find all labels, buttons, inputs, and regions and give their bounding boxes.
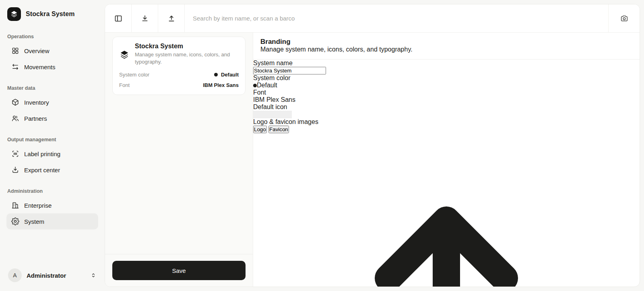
- summary-row-label: System color: [119, 72, 149, 78]
- layers-icon: [119, 44, 130, 65]
- save-button[interactable]: Save: [112, 261, 246, 280]
- import-button[interactable]: [132, 4, 158, 32]
- enterprise-icon: [11, 201, 19, 209]
- scan-camera-button[interactable]: [608, 4, 640, 32]
- sidebar-item-label: Partners: [24, 115, 47, 122]
- sidebar-section-administration: AdministrationEnterpriseSystem: [6, 186, 98, 229]
- icon-option-receipt-icon[interactable]: [290, 111, 292, 118]
- sidebar-item-label: Overview: [24, 47, 50, 54]
- gear-icon: [11, 217, 19, 225]
- sidebar-item-export-center[interactable]: Export center: [6, 162, 98, 178]
- sidebar-section-label: Master data: [6, 83, 98, 94]
- sidebar-item-label-printing[interactable]: Label printing: [6, 146, 98, 162]
- swap-arrows-icon: [11, 63, 19, 71]
- panel-left-icon: [114, 14, 123, 23]
- search-bar: [185, 4, 608, 32]
- panel-footer: Save: [105, 254, 253, 287]
- page-title: Branding: [260, 38, 291, 46]
- logo-favicon-card: Logo & favicon images Logo Favicon Uploa…: [253, 118, 640, 287]
- brand: Stockra System: [6, 6, 98, 23]
- camera-icon: [620, 14, 629, 23]
- system-name-field: System name: [253, 60, 640, 74]
- tab-favicon[interactable]: Favicon: [268, 126, 289, 133]
- summary-row-font: Font IBM Plex Sans: [119, 82, 239, 88]
- upload-icon: [167, 14, 176, 23]
- search-input[interactable]: [193, 15, 600, 22]
- sidebar-item-enterprise[interactable]: Enterprise: [6, 197, 98, 213]
- branding-summary-card[interactable]: Stockra System Manage system name, icons…: [112, 37, 246, 95]
- system-name-label: System name: [253, 60, 640, 67]
- color-swatch: [253, 84, 257, 87]
- summary-title: Stockra System: [135, 43, 235, 50]
- font-field: Font IBM Plex Sans: [253, 89, 640, 103]
- sidebar-section-output-management: Output managementLabel printingExport ce…: [6, 134, 98, 178]
- font-select[interactable]: IBM Plex Sans: [253, 96, 640, 103]
- settings-summary-panel: Stockra System Manage system name, icons…: [105, 33, 253, 287]
- sidebar-section-master-data: Master dataInventoryPartners: [6, 83, 98, 126]
- sidebar-item-label: Enterprise: [24, 202, 52, 209]
- summary-row-label: Font: [119, 82, 130, 88]
- layers-logo-icon: [7, 7, 21, 21]
- sidebar-item-label: Export center: [24, 167, 60, 173]
- system-color-field: System color Default: [253, 74, 640, 89]
- sidebar-item-inventory[interactable]: Inventory: [6, 94, 98, 110]
- box-icon: [11, 98, 19, 106]
- user-name: Administrator: [27, 272, 85, 279]
- sidebar-item-label: System: [24, 218, 44, 225]
- sidebar-item-movements[interactable]: Movements: [6, 59, 98, 75]
- upload-logo-dropzone[interactable]: Upload logo PNG, JPG, WEBP, or SVG. Reco…: [253, 133, 640, 287]
- sidebar-item-system[interactable]: System: [6, 213, 98, 229]
- sidebar-section-label: Operations: [6, 31, 98, 43]
- sidebar-section-label: Output management: [6, 134, 98, 146]
- system-color-value: Default: [257, 82, 277, 89]
- sidebar-item-partners[interactable]: Partners: [6, 110, 98, 126]
- summary-row-system-color: System color Default: [119, 72, 239, 78]
- logo-favicon-title: Logo & favicon images: [253, 118, 318, 125]
- sidebar-nav: OperationsOverviewMovementsMaster dataIn…: [6, 23, 98, 229]
- sidebar-toggle-button[interactable]: [105, 4, 132, 32]
- brand-name: Stockra System: [26, 10, 74, 18]
- icon-grid: [253, 111, 640, 118]
- page-subtitle: Manage system name, icons, colors, and t…: [260, 46, 632, 53]
- sidebar-item-overview[interactable]: Overview: [6, 43, 98, 59]
- main-content: Branding Manage system name, icons, colo…: [253, 33, 640, 287]
- people-icon: [11, 114, 19, 122]
- default-icon-title: Default icon: [253, 103, 287, 110]
- section-selector[interactable]: Branding: [260, 38, 294, 46]
- sidebar-item-label: Movements: [24, 64, 56, 70]
- user-menu[interactable]: A Administrator: [6, 267, 98, 284]
- sidebar-section-label: Administration: [6, 186, 98, 197]
- grid-icon: [11, 47, 19, 55]
- download-tray-icon: [11, 166, 19, 174]
- font-value: IBM Plex Sans: [253, 96, 295, 103]
- export-button[interactable]: [158, 4, 185, 32]
- barcode-scan-icon: [11, 150, 19, 158]
- font-label: Font: [253, 89, 640, 96]
- chevron-up-down-icon: [90, 272, 97, 279]
- system-name-input[interactable]: [253, 67, 326, 74]
- tab-logo[interactable]: Logo: [253, 126, 267, 133]
- section-header: Branding Manage system name, icons, colo…: [253, 33, 640, 60]
- download-icon: [140, 14, 149, 23]
- sidebar: Stockra System OperationsOverviewMovemen…: [0, 0, 105, 291]
- logo-favicon-tabs: Logo Favicon: [253, 126, 640, 133]
- sidebar-item-label: Inventory: [24, 99, 49, 106]
- app-canvas: Stockra System Manage system name, icons…: [105, 4, 640, 287]
- color-swatch: [214, 73, 218, 76]
- summary-description: Manage system name, icons, colors, and t…: [135, 51, 235, 65]
- sidebar-item-label: Label printing: [24, 151, 60, 157]
- summary-row-value: IBM Plex Sans: [203, 82, 239, 88]
- topbar: [105, 4, 640, 33]
- system-color-label: System color: [253, 74, 640, 82]
- default-icon-card: Default icon: [253, 103, 640, 118]
- summary-row-value: Default: [221, 72, 239, 78]
- system-color-select[interactable]: Default: [253, 82, 640, 89]
- sidebar-section-operations: OperationsOverviewMovements: [6, 31, 98, 75]
- avatar: A: [8, 268, 22, 282]
